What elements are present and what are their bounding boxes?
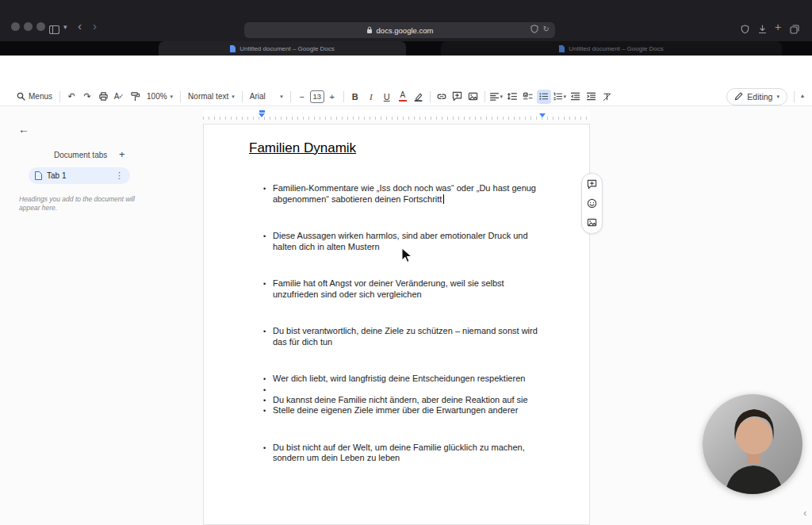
list-item: Familie hat oft Angst vor deiner Verände…	[273, 278, 552, 300]
tab-kebab-icon[interactable]: ⋮	[115, 171, 124, 181]
numbered-list-icon[interactable]: ▾	[553, 90, 567, 104]
insert-link-icon[interactable]	[435, 90, 449, 104]
add-comment-icon[interactable]	[450, 90, 465, 104]
mouse-cursor	[401, 247, 412, 266]
checklist-icon[interactable]	[521, 90, 535, 104]
undo-icon[interactable]: ↶	[64, 90, 79, 104]
increase-indent-icon[interactable]	[584, 90, 599, 104]
paint-format-icon[interactable]	[128, 90, 142, 104]
list-item: Diese Aussagen wirken harmlos, sind aber…	[273, 231, 552, 252]
bold-icon[interactable]: B	[348, 90, 362, 104]
browser-tabstrip: Untitled document – Google Docs Untitled…	[0, 41, 812, 56]
spellcheck-icon[interactable]: A✓	[112, 90, 126, 104]
emoji-reaction-button[interactable]	[584, 195, 600, 212]
pencil-icon	[734, 92, 743, 101]
align-select-icon[interactable]: ▾	[489, 90, 504, 104]
tab-title: Untitled document – Google Docs	[569, 45, 664, 52]
new-tab-icon[interactable]: +	[775, 21, 781, 33]
lock-icon	[366, 26, 373, 34]
text-color-icon[interactable]: A	[396, 90, 410, 104]
font-size-input[interactable]: 13	[310, 90, 324, 103]
headings-hint: Headings you add to the document will ap…	[19, 195, 140, 213]
margin-action-rail	[581, 173, 603, 234]
browser-tab-inactive[interactable]: Untitled document – Google Docs	[441, 41, 782, 56]
tab-doc-icon	[35, 171, 42, 180]
left-indent-marker[interactable]	[259, 113, 265, 117]
docs-favicon	[230, 45, 236, 52]
toolbar: Menus ↶ ↷ A✓ 100%▾ Normal text▾ Arial▾ −…	[0, 87, 812, 106]
italic-icon[interactable]: I	[364, 90, 378, 104]
document-tab-item[interactable]: Tab 1 ⋮	[29, 167, 130, 184]
list-item: Familien-Kommentare wie „Iss doch noch w…	[273, 183, 552, 205]
search-icon	[17, 92, 25, 101]
chevron-down-icon: ▾	[170, 94, 174, 100]
decrease-indent-icon[interactable]	[569, 90, 583, 104]
download-icon[interactable]	[758, 23, 767, 37]
insert-image-button[interactable]	[584, 214, 600, 231]
ruler	[203, 110, 590, 120]
bullet-list: Familien-Kommentare wie „Iss doch noch w…	[249, 183, 552, 464]
list-item: Wer dich liebt, wird langfristig deine E…	[273, 374, 552, 385]
webcam-overlay	[703, 394, 802, 494]
url-text: docs.google.com	[377, 26, 434, 35]
zoom-window-button[interactable]	[36, 22, 45, 31]
minimize-window-button[interactable]	[24, 22, 33, 31]
add-comment-button[interactable]	[584, 176, 600, 193]
zoom-select[interactable]: 100%▾	[143, 90, 177, 104]
menus-label: Menus	[29, 92, 52, 101]
tab-overview-icon[interactable]	[790, 23, 799, 37]
sidebar-chevron-icon[interactable]: ▾	[63, 24, 67, 31]
forward-nav-icon[interactable]: ›	[93, 20, 97, 32]
list-item: Du kannst deine Familie nicht ändern, ab…	[273, 395, 552, 406]
underline-icon[interactable]: U	[380, 90, 394, 104]
docs-favicon	[559, 45, 565, 52]
decrease-font-size-icon[interactable]: −	[295, 90, 309, 104]
collapse-toolbar-icon[interactable]: ▾	[801, 93, 804, 100]
first-line-indent-marker[interactable]	[259, 110, 265, 113]
browser-tab-active[interactable]: Untitled document – Google Docs	[159, 41, 406, 56]
tab-label: Tab 1	[47, 171, 110, 180]
browser-titlebar: ▾ ‹ › docs.google.com ↻ +	[0, 0, 812, 41]
highlight-color-icon[interactable]	[412, 90, 426, 104]
chevron-down-icon: ▾	[232, 94, 235, 100]
back-button[interactable]: ←	[18, 124, 29, 135]
screen: ▾ ‹ › docs.google.com ↻ + Untitled docum…	[0, 0, 812, 525]
site-settings-icon[interactable]	[530, 25, 538, 33]
text-caret	[443, 194, 444, 204]
list-item: Stelle deine eigenen Ziele immer über di…	[273, 405, 552, 416]
doc-heading: Familien Dynamik	[249, 140, 557, 156]
insert-image-icon[interactable]	[466, 90, 481, 104]
sidebar-toggle-icon[interactable]	[49, 23, 59, 37]
reload-icon[interactable]: ↻	[543, 25, 550, 33]
paragraph-style-select[interactable]: Normal text▾	[184, 90, 239, 104]
privacy-shield-icon[interactable]	[741, 23, 749, 37]
print-icon[interactable]	[96, 90, 110, 104]
editing-mode-select[interactable]: Editing ▾	[726, 88, 787, 105]
add-tab-icon[interactable]: +	[119, 149, 125, 159]
bulleted-list-icon[interactable]	[537, 90, 551, 104]
line-spacing-icon[interactable]	[505, 90, 519, 104]
increase-font-size-icon[interactable]: +	[325, 90, 339, 104]
font-select[interactable]: Arial▾	[246, 90, 287, 104]
address-bar[interactable]: docs.google.com ↻	[244, 22, 555, 38]
redo-icon[interactable]: ↷	[80, 90, 94, 104]
docs-header: Untitled document ☆ File Edit View Inser…	[0, 56, 812, 87]
back-nav-icon[interactable]: ‹	[78, 20, 82, 32]
document-tabs-label: Document tabs	[54, 151, 107, 159]
clear-formatting-icon[interactable]	[600, 90, 615, 104]
chevron-down-icon: ▾	[776, 94, 779, 100]
list-item: Du bist verantwortlich, deine Ziele zu s…	[273, 326, 552, 347]
document-page[interactable]: Familien Dynamik Familien-Kommentare wie…	[203, 124, 590, 525]
person-silhouette	[703, 394, 802, 494]
list-item: Du bist nicht auf der Welt, um deine Fam…	[273, 443, 552, 464]
corner-chevron-icon[interactable]: ‹	[803, 508, 806, 518]
workspace: ← Document tabs + Tab 1 ⋮ Headings you a…	[0, 106, 812, 525]
close-window-button[interactable]	[11, 22, 20, 31]
menus-search-button[interactable]: Menus	[13, 90, 56, 104]
tab-title: Untitled document – Google Docs	[239, 45, 335, 52]
right-indent-marker[interactable]	[539, 113, 546, 117]
list-item-empty	[273, 385, 552, 395]
chevron-down-icon: ▾	[280, 94, 283, 100]
